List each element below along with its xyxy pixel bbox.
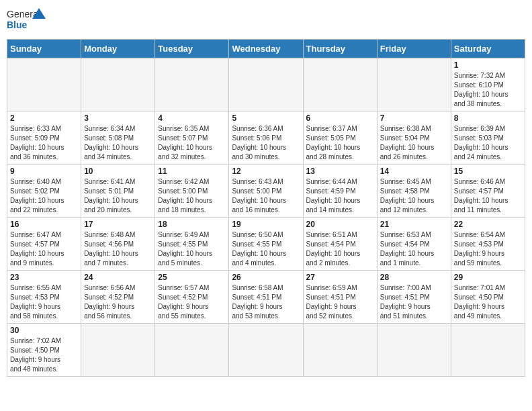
day-of-week-header: Thursday (303, 40, 377, 58)
day-info: Sunrise: 7:32 AM Sunset: 6:10 PM Dayligh… (454, 71, 522, 109)
day-number: 8 (454, 113, 522, 123)
calendar-day-cell (81, 58, 155, 111)
calendar-day-cell: 9Sunrise: 6:40 AM Sunset: 5:02 PM Daylig… (7, 165, 81, 218)
calendar-day-cell: 2Sunrise: 6:33 AM Sunset: 5:09 PM Daylig… (7, 111, 81, 165)
day-number: 12 (232, 167, 300, 176)
day-info: Sunrise: 6:43 AM Sunset: 5:00 PM Dayligh… (232, 177, 300, 215)
day-info: Sunrise: 6:54 AM Sunset: 4:53 PM Dayligh… (454, 230, 522, 268)
logo-svg: General Blue (7, 7, 47, 34)
day-info: Sunrise: 6:46 AM Sunset: 4:57 PM Dayligh… (454, 177, 522, 215)
day-number: 27 (306, 273, 374, 282)
day-number: 21 (380, 220, 448, 229)
day-info: Sunrise: 6:45 AM Sunset: 4:58 PM Dayligh… (380, 177, 448, 215)
day-of-week-header: Tuesday (155, 40, 229, 58)
day-of-week-header: Saturday (451, 40, 525, 58)
day-info: Sunrise: 6:33 AM Sunset: 5:09 PM Dayligh… (10, 124, 78, 162)
calendar-day-cell: 10Sunrise: 6:41 AM Sunset: 5:01 PM Dayli… (81, 165, 155, 218)
calendar-day-cell (303, 324, 377, 377)
calendar-day-cell (229, 324, 303, 377)
day-number: 16 (10, 220, 78, 229)
calendar-day-cell: 13Sunrise: 6:44 AM Sunset: 4:59 PM Dayli… (303, 165, 377, 218)
day-info: Sunrise: 6:44 AM Sunset: 4:59 PM Dayligh… (306, 177, 374, 215)
day-info: Sunrise: 7:02 AM Sunset: 4:50 PM Dayligh… (10, 336, 78, 374)
day-info: Sunrise: 6:58 AM Sunset: 4:51 PM Dayligh… (232, 283, 300, 321)
calendar-day-cell: 4Sunrise: 6:35 AM Sunset: 5:07 PM Daylig… (155, 111, 229, 165)
day-info: Sunrise: 6:34 AM Sunset: 5:08 PM Dayligh… (84, 124, 152, 162)
calendar-week-row: 23Sunrise: 6:55 AM Sunset: 4:53 PM Dayli… (7, 271, 525, 324)
day-info: Sunrise: 6:38 AM Sunset: 5:04 PM Dayligh… (380, 124, 448, 162)
calendar-day-cell: 3Sunrise: 6:34 AM Sunset: 5:08 PM Daylig… (81, 111, 155, 165)
calendar-day-cell: 26Sunrise: 6:58 AM Sunset: 4:51 PM Dayli… (229, 271, 303, 324)
day-number: 2 (10, 113, 78, 123)
day-info: Sunrise: 6:59 AM Sunset: 4:51 PM Dayligh… (306, 283, 374, 321)
calendar-week-row: 30Sunrise: 7:02 AM Sunset: 4:50 PM Dayli… (7, 324, 525, 377)
calendar-day-cell: 15Sunrise: 6:46 AM Sunset: 4:57 PM Dayli… (451, 165, 525, 218)
calendar-day-cell: 8Sunrise: 6:39 AM Sunset: 5:03 PM Daylig… (451, 111, 525, 165)
day-info: Sunrise: 6:42 AM Sunset: 5:00 PM Dayligh… (158, 177, 226, 215)
day-of-week-header: Friday (377, 40, 451, 58)
calendar-day-cell: 7Sunrise: 6:38 AM Sunset: 5:04 PM Daylig… (377, 111, 451, 165)
calendar-day-cell: 27Sunrise: 6:59 AM Sunset: 4:51 PM Dayli… (303, 271, 377, 324)
day-number: 20 (306, 220, 374, 229)
day-number: 5 (232, 113, 300, 123)
day-info: Sunrise: 6:57 AM Sunset: 4:52 PM Dayligh… (158, 283, 226, 321)
day-number: 19 (232, 220, 300, 229)
day-info: Sunrise: 7:00 AM Sunset: 4:51 PM Dayligh… (380, 283, 448, 321)
day-info: Sunrise: 6:39 AM Sunset: 5:03 PM Dayligh… (454, 124, 522, 162)
calendar-day-cell (7, 58, 81, 111)
day-info: Sunrise: 6:55 AM Sunset: 4:53 PM Dayligh… (10, 283, 78, 321)
calendar-day-cell: 20Sunrise: 6:51 AM Sunset: 4:54 PM Dayli… (303, 218, 377, 271)
day-number: 9 (10, 167, 78, 176)
calendar-day-cell: 21Sunrise: 6:53 AM Sunset: 4:54 PM Dayli… (377, 218, 451, 271)
calendar-day-cell: 19Sunrise: 6:50 AM Sunset: 4:55 PM Dayli… (229, 218, 303, 271)
day-info: Sunrise: 6:48 AM Sunset: 4:56 PM Dayligh… (84, 230, 152, 268)
calendar-day-cell: 18Sunrise: 6:49 AM Sunset: 4:55 PM Dayli… (155, 218, 229, 271)
calendar-day-cell: 30Sunrise: 7:02 AM Sunset: 4:50 PM Dayli… (7, 324, 81, 377)
day-number: 17 (84, 220, 152, 229)
calendar-day-cell: 25Sunrise: 6:57 AM Sunset: 4:52 PM Dayli… (155, 271, 229, 324)
day-number: 24 (84, 273, 152, 282)
calendar-day-cell: 11Sunrise: 6:42 AM Sunset: 5:00 PM Dayli… (155, 165, 229, 218)
calendar-table: SundayMondayTuesdayWednesdayThursdayFrid… (7, 39, 525, 377)
day-number: 4 (158, 113, 226, 123)
day-number: 30 (10, 326, 78, 335)
day-number: 29 (454, 273, 522, 282)
calendar-day-cell (377, 324, 451, 377)
day-number: 15 (454, 167, 522, 176)
svg-text:Blue: Blue (7, 19, 28, 30)
day-number: 28 (380, 273, 448, 282)
calendar-day-cell: 5Sunrise: 6:36 AM Sunset: 5:06 PM Daylig… (229, 111, 303, 165)
calendar-day-cell (303, 58, 377, 111)
calendar-header-row: SundayMondayTuesdayWednesdayThursdayFrid… (7, 40, 525, 58)
day-info: Sunrise: 6:37 AM Sunset: 5:05 PM Dayligh… (306, 124, 374, 162)
day-number: 7 (380, 113, 448, 123)
day-info: Sunrise: 6:56 AM Sunset: 4:52 PM Dayligh… (84, 283, 152, 321)
calendar-day-cell: 24Sunrise: 6:56 AM Sunset: 4:52 PM Dayli… (81, 271, 155, 324)
day-of-week-header: Monday (81, 40, 155, 58)
calendar-day-cell: 17Sunrise: 6:48 AM Sunset: 4:56 PM Dayli… (81, 218, 155, 271)
day-number: 3 (84, 113, 152, 123)
calendar-day-cell (229, 58, 303, 111)
calendar-week-row: 1Sunrise: 7:32 AM Sunset: 6:10 PM Daylig… (7, 58, 525, 111)
calendar-week-row: 2Sunrise: 6:33 AM Sunset: 5:09 PM Daylig… (7, 111, 525, 165)
day-info: Sunrise: 6:49 AM Sunset: 4:55 PM Dayligh… (158, 230, 226, 268)
day-info: Sunrise: 6:35 AM Sunset: 5:07 PM Dayligh… (158, 124, 226, 162)
header: General Blue (7, 7, 525, 34)
calendar-day-cell: 16Sunrise: 6:47 AM Sunset: 4:57 PM Dayli… (7, 218, 81, 271)
day-info: Sunrise: 6:50 AM Sunset: 4:55 PM Dayligh… (232, 230, 300, 268)
day-number: 22 (454, 220, 522, 229)
day-number: 6 (306, 113, 374, 123)
day-number: 1 (454, 60, 522, 70)
calendar-week-row: 9Sunrise: 6:40 AM Sunset: 5:02 PM Daylig… (7, 165, 525, 218)
calendar-day-cell (451, 324, 525, 377)
calendar-day-cell: 14Sunrise: 6:45 AM Sunset: 4:58 PM Dayli… (377, 165, 451, 218)
calendar-day-cell: 23Sunrise: 6:55 AM Sunset: 4:53 PM Dayli… (7, 271, 81, 324)
calendar-day-cell (377, 58, 451, 111)
calendar-day-cell (81, 324, 155, 377)
calendar-day-cell: 28Sunrise: 7:00 AM Sunset: 4:51 PM Dayli… (377, 271, 451, 324)
day-info: Sunrise: 6:40 AM Sunset: 5:02 PM Dayligh… (10, 177, 78, 215)
day-info: Sunrise: 6:53 AM Sunset: 4:54 PM Dayligh… (380, 230, 448, 268)
day-info: Sunrise: 6:51 AM Sunset: 4:54 PM Dayligh… (306, 230, 374, 268)
day-number: 14 (380, 167, 448, 176)
day-number: 26 (232, 273, 300, 282)
